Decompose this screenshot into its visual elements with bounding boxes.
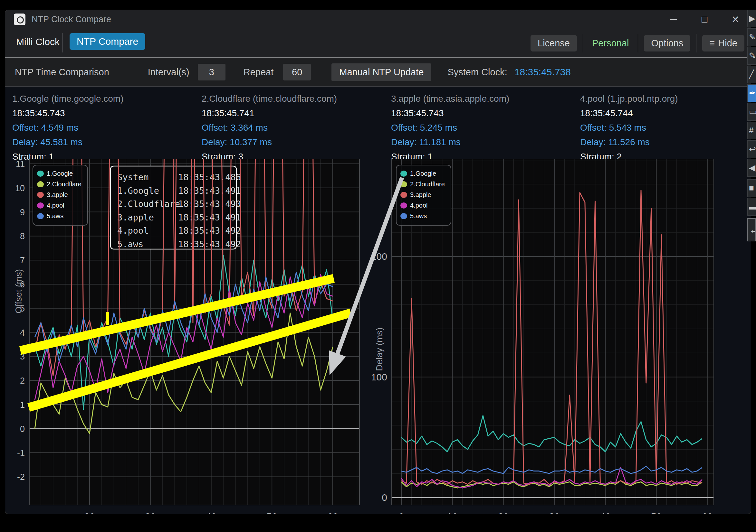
arrowhead-icon[interactable]: ◀ [747, 159, 756, 177]
legend-item-apple[interactable]: 3.apple [400, 190, 451, 199]
tab-ntp-compare[interactable]: NTP Compare [69, 33, 145, 50]
line-icon[interactable]: ╱ [747, 66, 756, 83]
svg-text:200: 200 [371, 251, 387, 262]
tab-milli-clock[interactable]: Milli Clock [16, 37, 60, 47]
svg-text:9: 9 [20, 208, 25, 217]
interval-label: Interval(s) [148, 67, 189, 78]
svg-text:60: 60 [702, 511, 713, 514]
window-title: NTP Clock Compare [32, 14, 111, 24]
delay-axis-title: Delay (ms) [374, 323, 385, 375]
legend-item-pool[interactable]: 4.pool [37, 201, 87, 210]
minimize-icon[interactable]: ─ [667, 14, 680, 25]
svg-text:18:35:43.492: 18:35:43.492 [178, 239, 241, 249]
options-button[interactable]: Options [644, 35, 690, 52]
svg-text:-2: -2 [17, 472, 25, 482]
brush-icon[interactable]: ✒ [747, 84, 756, 102]
series-color-dot [37, 213, 44, 219]
svg-text:1: 1 [20, 400, 25, 410]
server-delay: Delay: 11.526 ms [580, 137, 751, 148]
svg-text:7: 7 [20, 256, 25, 265]
svg-text:50: 50 [267, 511, 277, 514]
series-color-dot [400, 202, 407, 209]
legend-item-aws[interactable]: 5.aws [37, 212, 87, 220]
bar-icon[interactable]: ▬ [747, 198, 756, 215]
marker-icon[interactable]: ✎ [747, 47, 756, 65]
server-offset: Offset: 3.364 ms [202, 122, 382, 134]
server-time: 18:35:45.743 [12, 108, 193, 119]
server-name: 3.apple (time.asia.apple.com) [391, 93, 571, 105]
app-icon [14, 13, 25, 25]
server-time: 18:35:45.741 [202, 108, 382, 119]
server-delay: Delay: 11.181 ms [391, 137, 571, 148]
counter-icon[interactable]: # [747, 122, 756, 139]
hamburger-icon: ≡ [709, 38, 715, 49]
svg-text:20: 20 [498, 511, 509, 514]
svg-text:18:35:43.492: 18:35:43.492 [178, 226, 241, 236]
license-button[interactable]: License [530, 35, 577, 52]
interval-input[interactable] [198, 64, 226, 81]
pencil-icon[interactable]: ✎ [747, 28, 756, 46]
offset-chart-legend: 1.Google 2.Cloudflare 3.apple 4.pool 5.a… [33, 165, 88, 226]
tab-divider [63, 33, 63, 52]
server-time: 18:35:45.744 [580, 108, 751, 119]
rectangle-icon[interactable]: ▭ [747, 103, 756, 121]
svg-text:18:35:43.491: 18:35:43.491 [178, 186, 241, 196]
svg-text:4.pool: 4.pool [117, 226, 149, 236]
title-bar: NTP Clock Compare ─ □ × [5, 10, 751, 29]
server-time: 18:35:45.743 [391, 108, 571, 119]
legend-item-aws[interactable]: 5.aws [400, 212, 451, 220]
svg-text:10: 10 [15, 184, 25, 193]
legend-item-cloudflare[interactable]: 2.Cloudflare [400, 180, 451, 189]
system-clock-value: 18:35:45.738 [514, 66, 571, 78]
curve-icon[interactable]: ↩ [747, 140, 756, 158]
series-color-dot [400, 213, 407, 219]
svg-text:6: 6 [20, 280, 25, 289]
personal-link[interactable]: Personal [589, 35, 632, 52]
annotation-tool-toolbar: ▶ ✎ ✎ ╱ ✒ ▭ # ↩ ◀ ■ ▬ ← [747, 10, 756, 241]
server-panel-apple: 3.apple (time.asia.apple.com) 18:35:45.7… [391, 93, 571, 165]
server-panel-cloudflare: 2.Cloudflare (time.cloudflare.com) 18:35… [202, 93, 382, 165]
close-icon[interactable]: × [729, 13, 742, 26]
system-clock-label: System Clock: [447, 67, 507, 78]
svg-text:0: 0 [20, 424, 25, 434]
server-offset: Offset: 5.543 ms [580, 122, 751, 134]
header-separator [583, 34, 583, 52]
server-panel-google: 1.Google (time.google.com) 18:35:45.743 … [12, 93, 193, 165]
svg-text:10: 10 [447, 511, 458, 514]
series-color-dot [400, 192, 407, 198]
hide-button[interactable]: ≡Hide [702, 35, 744, 52]
header-separator [638, 34, 638, 52]
server-offset: Offset: 5.245 ms [391, 122, 571, 134]
svg-text:0: 0 [382, 492, 387, 503]
hide-button-label: Hide [718, 38, 737, 48]
svg-text:System: System [117, 172, 149, 182]
svg-text:30: 30 [549, 511, 559, 514]
server-name: 2.Cloudflare (time.cloudflare.com) [202, 93, 382, 105]
server-offset: Offset: 4.549 ms [12, 122, 193, 134]
repeat-input[interactable] [283, 64, 311, 81]
server-panel-pool: 4.pool (1.jp.pool.ntp.org) 18:35:45.744 … [580, 93, 751, 165]
series-color-dot [37, 202, 44, 209]
svg-text:2.Cloudflare: 2.Cloudflare [117, 199, 180, 209]
svg-text:0: 0 [399, 511, 404, 514]
legend-item-pool[interactable]: 4.pool [400, 201, 451, 210]
content-area: 1.Google (time.google.com) 18:35:45.743 … [5, 87, 751, 514]
square-icon[interactable]: ■ [747, 179, 756, 197]
series-color-dot [400, 181, 407, 187]
svg-text:18:35:43.486: 18:35:43.486 [178, 172, 241, 182]
manual-ntp-update-button[interactable]: Manual NTP Update [332, 63, 431, 81]
legend-item-google[interactable]: 1.Google [37, 169, 87, 178]
legend-item-google[interactable]: 1.Google [400, 169, 451, 178]
header-separator [696, 34, 696, 52]
svg-text:-1: -1 [17, 448, 25, 458]
svg-text:20: 20 [84, 511, 95, 514]
series-color-dot [37, 181, 44, 187]
repeat-label: Repeat [244, 67, 274, 78]
svg-text:2: 2 [20, 376, 25, 386]
legend-item-cloudflare[interactable]: 2.Cloudflare [37, 180, 87, 189]
maximize-icon[interactable]: □ [698, 14, 711, 25]
undo-icon[interactable]: ← [747, 218, 756, 241]
svg-text:30: 30 [145, 511, 156, 514]
legend-item-apple[interactable]: 3.apple [37, 190, 87, 199]
play-icon[interactable]: ▶ [747, 10, 756, 27]
